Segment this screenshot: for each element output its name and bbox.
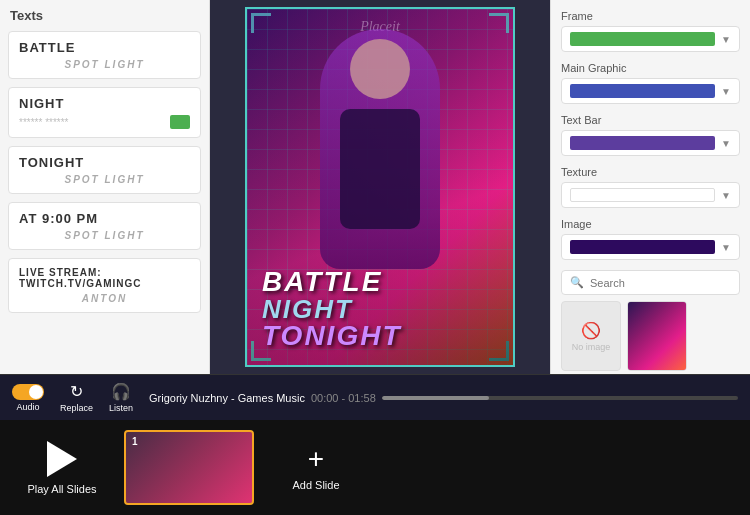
main-graphic-label: Main Graphic [561, 62, 740, 74]
track-time: 00:00 - 01:58 [311, 392, 376, 404]
track-bar[interactable] [382, 396, 738, 400]
image-color [570, 240, 715, 254]
text-card-tonight-sub: SPOT LIGHT [19, 174, 190, 185]
frame-color [570, 32, 715, 46]
audio-toggle-label: Audio [16, 402, 39, 412]
image-dropdown[interactable]: ▼ [561, 234, 740, 260]
canvas-text-battle: BATTLE [262, 268, 498, 296]
audio-toggle-switch[interactable] [12, 384, 44, 400]
play-icon [47, 441, 77, 477]
text-card-tonight[interactable]: TONIGHT SPOT LIGHT [8, 146, 201, 194]
image-thumb-1[interactable] [627, 301, 687, 371]
main-graphic-section: Main Graphic ▼ [561, 62, 740, 104]
search-icon: 🔍 [570, 276, 584, 289]
main-area: Texts BATTLE SPOT LIGHT NIGHT ****** ***… [0, 0, 750, 374]
play-all-label: Play All Slides [27, 483, 96, 495]
text-card-stream[interactable]: LIVE STREAM: TWITCH.TV/GAMINGC Anton [8, 258, 201, 313]
image-arrow: ▼ [721, 242, 731, 253]
audio-bar: Audio ↻ Replace 🎧 Listen Grigoriy Nuzhny… [0, 374, 750, 420]
text-card-night[interactable]: NIGHT ****** ****** [8, 87, 201, 138]
track-title: Grigoriy Nuzhny - Games Music [149, 392, 305, 404]
text-card-battle-sub: SPOT LIGHT [19, 59, 190, 70]
play-all-button[interactable]: Play All Slides [12, 430, 112, 505]
replace-label: Replace [60, 403, 93, 413]
canvas-text-night: NIGHT [262, 296, 498, 322]
text-card-stream-value: LIVE STREAM: TWITCH.TV/GAMINGC [19, 267, 190, 289]
image-grid: 🚫 No image [561, 301, 740, 371]
track-progress [382, 396, 489, 400]
text-bar-section: Text Bar ▼ [561, 114, 740, 156]
image-section: Image ▼ [561, 218, 740, 260]
add-icon: + [308, 445, 324, 473]
listen-button[interactable]: 🎧 Listen [109, 382, 133, 413]
texture-dropdown[interactable]: ▼ [561, 182, 740, 208]
text-card-night-input: ****** ****** [19, 117, 170, 128]
texts-title: Texts [8, 8, 201, 23]
toggle-knob [29, 385, 43, 399]
slide-item-1[interactable]: 1 [124, 430, 254, 505]
text-card-time-sub: SPOT LIGHT [19, 230, 190, 241]
main-graphic-dropdown[interactable]: ▼ [561, 78, 740, 104]
text-card-battle[interactable]: BATTLE SPOT LIGHT [8, 31, 201, 79]
canvas-text-tonight: TONIGHT [262, 322, 498, 350]
no-image-placeholder[interactable]: 🚫 No image [561, 301, 621, 371]
text-card-time-value: AT 9:00 PM [19, 211, 190, 226]
audio-toggle[interactable]: Audio [12, 384, 44, 412]
text-card-time[interactable]: AT 9:00 PM SPOT LIGHT [8, 202, 201, 250]
image-label: Image [561, 218, 740, 230]
audio-track: Grigoriy Nuzhny - Games Music 00:00 - 01… [149, 392, 738, 404]
add-slide-label: Add Slide [292, 479, 339, 491]
no-image-text: No image [572, 342, 611, 352]
left-panel: Texts BATTLE SPOT LIGHT NIGHT ****** ***… [0, 0, 210, 374]
search-box[interactable]: 🔍 [561, 270, 740, 295]
texture-color [570, 188, 715, 202]
canvas-image: Placeit BATTLE NIGHT TONIGHT [245, 7, 515, 367]
frame-arrow: ▼ [721, 34, 731, 45]
text-card-tonight-value: TONIGHT [19, 155, 190, 170]
text-bar-arrow: ▼ [721, 138, 731, 149]
texture-arrow: ▼ [721, 190, 731, 201]
text-bar-color [570, 136, 715, 150]
text-card-stream-sub: Anton [19, 293, 190, 304]
texture-section: Texture ▼ [561, 166, 740, 208]
frame-label: Frame [561, 10, 740, 22]
frame-section: Frame ▼ [561, 10, 740, 52]
texture-label: Texture [561, 166, 740, 178]
slide-preview [126, 432, 252, 503]
no-image-icon: 🚫 [581, 321, 601, 340]
slides-bar: Play All Slides 1 + Add Slide [0, 420, 750, 515]
main-graphic-arrow: ▼ [721, 86, 731, 97]
slide-number: 1 [132, 436, 138, 447]
listen-icon: 🎧 [111, 382, 131, 401]
night-color-swatch[interactable] [170, 115, 190, 129]
text-bar-label: Text Bar [561, 114, 740, 126]
search-input[interactable] [590, 277, 731, 289]
text-bar-dropdown[interactable]: ▼ [561, 130, 740, 156]
replace-icon: ↻ [70, 382, 83, 401]
replace-button[interactable]: ↻ Replace [60, 382, 93, 413]
center-canvas: Placeit BATTLE NIGHT TONIGHT [210, 0, 550, 374]
text-card-night-value: NIGHT [19, 96, 190, 111]
right-panel: Frame ▼ Main Graphic ▼ Text Bar ▼ Textur… [550, 0, 750, 374]
main-graphic-color [570, 84, 715, 98]
frame-dropdown[interactable]: ▼ [561, 26, 740, 52]
text-card-battle-value: BATTLE [19, 40, 190, 55]
listen-label: Listen [109, 403, 133, 413]
add-slide-button[interactable]: + Add Slide [266, 430, 366, 505]
